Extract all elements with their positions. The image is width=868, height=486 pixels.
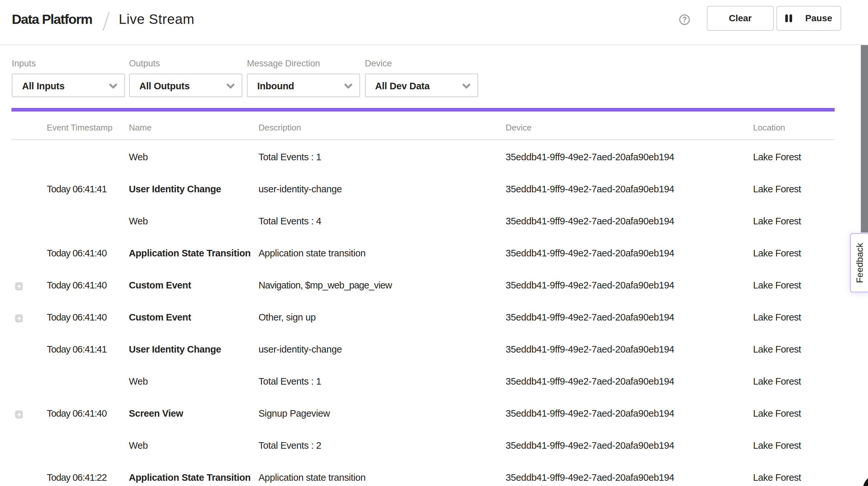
svg-text:?: ? — [682, 16, 687, 24]
